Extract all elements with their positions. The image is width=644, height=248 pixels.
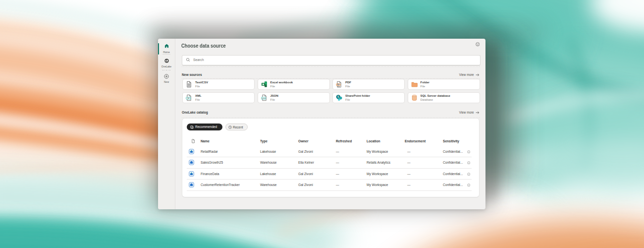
svg-text:JSON: JSON: [262, 98, 265, 99]
svg-text:‹=›: ‹=›: [187, 97, 189, 99]
svg-text:PDF: PDF: [337, 84, 340, 86]
